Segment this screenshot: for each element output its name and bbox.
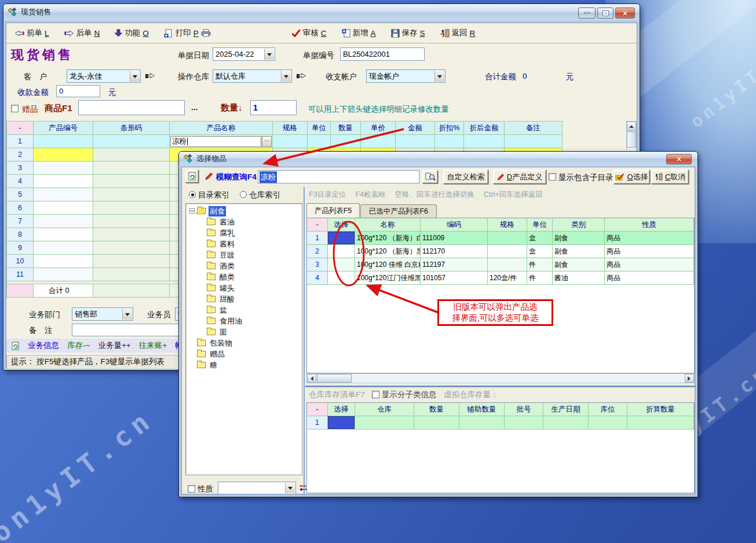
show-subclass-checkbox[interactable] [372, 391, 379, 398]
panel-splitter[interactable] [304, 187, 305, 495]
minimize-button[interactable] [578, 8, 596, 19]
refresh-button[interactable] [185, 170, 199, 183]
dialog-titlebar[interactable]: 选择物品 × [179, 152, 697, 166]
tree-item-label[interactable]: 甜酸 [218, 294, 236, 304]
product-row[interactable]: 4100g*120江门佳维黑京101057120盒/件件酱油商品 [307, 272, 694, 285]
product-cell[interactable]: 112197 [421, 258, 488, 272]
tree-item-label[interactable]: 豆豉 [218, 250, 236, 261]
volume-link[interactable]: 业务量++ [98, 340, 130, 351]
maximize-button[interactable] [597, 8, 613, 19]
stock-cell[interactable] [505, 416, 543, 430]
product-cell[interactable] [488, 258, 527, 272]
grid-cell[interactable] [34, 255, 93, 268]
tree-item[interactable]: 豆豉 [186, 250, 302, 261]
fuzzy-search-input[interactable]: 凉粉 [258, 170, 419, 184]
audit-button[interactable]: 审核C [291, 28, 327, 38]
product-row[interactable]: 1100g*120 （新海）白京111009盒副食商品 [307, 232, 694, 245]
grid-cell[interactable]: 1 [7, 135, 34, 148]
tree-item[interactable]: 酱油 [186, 217, 302, 228]
grid-cell[interactable] [93, 188, 170, 201]
product-cell[interactable]: 商品 [605, 258, 694, 272]
product-ellipsis-button[interactable]: ... [191, 103, 198, 112]
tree-item-label[interactable]: 赠品 [209, 349, 226, 359]
stock-cell[interactable] [627, 416, 694, 430]
tree-item-label[interactable]: 醋类 [218, 272, 236, 282]
doc-date-combo[interactable]: 2025-04-22 [213, 47, 275, 61]
category-tree[interactable]: 副食酱油腐乳酱料豆豉酒类醋类罐头甜酸盐食用油面包装物赠品糖 [185, 203, 302, 475]
customer-combo[interactable]: 龙头-永佳 [67, 69, 141, 83]
grid-cell[interactable]: 11 [7, 268, 34, 281]
product-cell[interactable]: 111009 [421, 232, 488, 245]
tree-item-label[interactable]: 酱料 [218, 239, 236, 250]
tree-item[interactable]: 罐头 [186, 282, 302, 293]
doc-no-input[interactable]: BL250422001 [340, 47, 425, 61]
grid-cell[interactable]: 7 [7, 215, 34, 228]
grid-cell[interactable] [34, 148, 93, 162]
product-cell[interactable]: 酱油 [553, 272, 605, 285]
return-button[interactable]: 返回R [440, 28, 476, 38]
grid-cell[interactable]: 2 [7, 148, 34, 162]
grid-cell[interactable]: 凉粉... [170, 135, 273, 148]
show-subdir-checkbox[interactable] [549, 173, 556, 181]
nature-dropdown[interactable] [285, 483, 295, 493]
product-cell[interactable]: 件 [527, 272, 553, 285]
stock-cell[interactable] [459, 416, 505, 430]
tree-item-label[interactable]: 包装物 [209, 338, 233, 348]
grid-cell[interactable]: 6 [7, 201, 34, 215]
pointing-hand-icon[interactable] [145, 72, 156, 80]
grid-cell[interactable]: 8 [7, 228, 34, 241]
scrollbar-thumb[interactable] [627, 131, 636, 148]
product-cell[interactable]: 副食 [553, 258, 605, 272]
add-new-button[interactable]: 新增A [342, 28, 376, 38]
scroll-up-button[interactable] [627, 122, 636, 131]
product-cell[interactable]: 商品 [605, 272, 694, 285]
warehouse-index-radio[interactable] [240, 191, 247, 198]
select-button[interactable]: O选择 [613, 170, 650, 184]
received-amount-input[interactable]: 0 [56, 85, 100, 97]
scroll-right-button[interactable] [685, 374, 694, 383]
grid-cell[interactable] [34, 162, 93, 175]
print-button[interactable]: 打印P [164, 28, 211, 38]
tree-item[interactable]: 赠品 [186, 348, 302, 359]
tree-item[interactable]: 副食 [186, 206, 302, 217]
product-hscrollbar[interactable] [306, 373, 695, 383]
grid-cell[interactable] [34, 268, 93, 281]
product-cell[interactable]: 盒 [527, 245, 553, 258]
grid-cell[interactable] [308, 135, 331, 148]
select-cell[interactable] [328, 258, 355, 272]
grid-cell[interactable] [93, 201, 170, 215]
lookup-ellipsis-button[interactable]: ... [262, 136, 272, 147]
tree-item-label[interactable]: 腐乳 [218, 228, 236, 239]
grid-cell[interactable]: 5 [7, 188, 34, 201]
product-name-editor[interactable]: 凉粉 [170, 136, 261, 147]
stock-link[interactable]: 库存-~ [67, 340, 90, 351]
product-cell[interactable]: 4 [307, 272, 328, 285]
grid-cell[interactable] [331, 135, 361, 148]
grid-cell[interactable] [34, 241, 93, 255]
product-row[interactable]: 2100g*120 （新海）黑京112170盒副食商品 [307, 245, 694, 258]
tree-item[interactable]: 酱料 [186, 239, 302, 250]
tree-item-label[interactable]: 食用油 [218, 316, 243, 326]
tree-item[interactable]: 包装物 [186, 337, 302, 348]
scroll-left-button[interactable] [307, 374, 316, 383]
grid-cell[interactable] [34, 188, 93, 201]
grid-cell[interactable] [34, 175, 93, 188]
grid-cell[interactable] [361, 135, 396, 148]
warehouse-combo[interactable]: 默认仓库 [213, 69, 292, 83]
tree-item[interactable]: 甜酸 [186, 293, 302, 304]
dept-dropdown[interactable] [122, 309, 132, 320]
stock-cell[interactable] [414, 416, 459, 430]
product-input[interactable] [78, 100, 185, 115]
quantity-input[interactable]: 1 [250, 100, 297, 115]
account-combo[interactable]: 现金帐户 [366, 69, 445, 83]
select-cell[interactable] [328, 245, 355, 258]
main-window-titlebar[interactable]: 现货销售 × [3, 4, 640, 20]
business-info-link[interactable]: 业务信息 [28, 340, 59, 351]
tab-product-list[interactable]: 产品列表F5 [306, 203, 360, 218]
product-cell[interactable] [488, 245, 527, 258]
grid-cell[interactable] [505, 135, 563, 148]
product-cell[interactable]: 100g*120 佳维 白京粉 [355, 258, 421, 272]
scrollbar-thumb[interactable] [317, 374, 352, 383]
tree-item[interactable]: 糖 [186, 359, 302, 370]
product-cell[interactable]: 商品 [605, 245, 694, 258]
